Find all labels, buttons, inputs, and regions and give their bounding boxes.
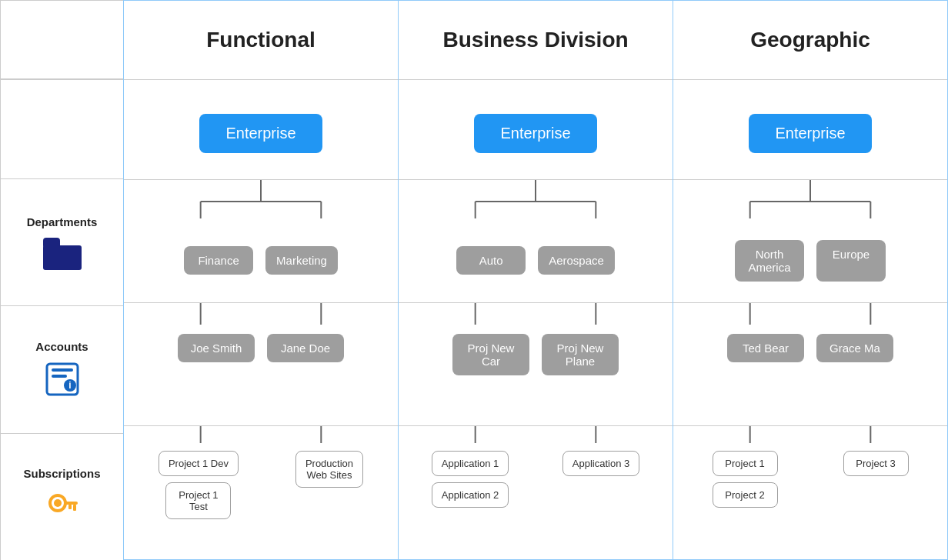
- functional-accounts-row: Joe Smith Jane Doe: [124, 303, 398, 426]
- business-sub-app1: Application 1: [432, 451, 509, 476]
- business-title: Business Division: [442, 28, 628, 52]
- business-dept-connectors: [399, 180, 673, 302]
- functional-account-janedoe: Jane Doe: [267, 334, 344, 362]
- functional-sub-p1dev: Project 1 Dev: [159, 451, 239, 476]
- geographic-subs-row: Project 1 Project 2 Project 3: [673, 426, 947, 559]
- svg-rect-9: [64, 502, 78, 505]
- geographic-dept-row: NorthAmerica Europe: [673, 180, 947, 303]
- business-dept-row: Auto Aerospace: [399, 180, 673, 303]
- functional-title: Functional: [206, 28, 315, 52]
- header-spacer: [0, 0, 123, 79]
- labels-column: Departments Accounts i: [0, 0, 123, 560]
- business-account-projnewcar: Proj NewCar: [452, 334, 529, 375]
- account-icon: i: [45, 362, 79, 399]
- functional-dept-row: Finance Marketing: [124, 180, 398, 303]
- functional-account-joesmith: Joe Smith: [178, 334, 255, 362]
- geographic-header: Geographic: [673, 1, 947, 80]
- geographic-dept-europe: Europe: [816, 240, 886, 282]
- subscriptions-label-cell: Subscriptions: [0, 434, 123, 560]
- functional-dept-marketing: Marketing: [265, 246, 338, 275]
- svg-rect-10: [73, 505, 76, 511]
- business-sub-app3: Application 3: [562, 451, 639, 476]
- geographic-enterprise-node: Enterprise: [749, 114, 872, 153]
- folder-icon: [43, 238, 82, 270]
- functional-accounts-connectors: [124, 303, 398, 425]
- functional-enterprise-node: Enterprise: [199, 114, 322, 153]
- columns-wrapper: Functional Enterprise: [123, 0, 948, 560]
- business-enterprise-row: Enterprise: [399, 80, 673, 180]
- geographic-sub-proj2: Project 2: [713, 482, 778, 508]
- functional-header: Functional: [124, 1, 398, 80]
- svg-rect-1: [43, 238, 60, 248]
- main-container: Departments Accounts i: [0, 0, 948, 560]
- svg-text:i: i: [68, 380, 71, 391]
- geographic-accounts-row: Ted Bear Grace Ma: [673, 303, 947, 426]
- business-account-projnewplane: Proj NewPlane: [542, 334, 619, 375]
- departments-label: Departments: [27, 215, 98, 228]
- svg-rect-4: [52, 375, 67, 378]
- business-subs-row: Application 1 Application 2 Application …: [399, 426, 673, 559]
- geographic-enterprise-row: Enterprise: [673, 80, 947, 180]
- svg-rect-11: [68, 505, 72, 509]
- functional-subs-row: Project 1 Dev Project 1Test ProductionWe…: [124, 426, 398, 559]
- functional-enterprise-row: Enterprise: [124, 80, 398, 180]
- geographic-sub-proj1: Project 1: [713, 451, 778, 476]
- column-geographic: Geographic Enterprise NorthAmerica Europ…: [673, 0, 948, 560]
- subscriptions-label: Subscriptions: [23, 467, 100, 480]
- business-accounts-row: Proj NewCar Proj NewPlane: [399, 303, 673, 426]
- business-dept-auto: Auto: [456, 246, 526, 275]
- svg-rect-3: [52, 368, 73, 372]
- accounts-label: Accounts: [35, 340, 88, 353]
- enterprise-spacer: [0, 79, 123, 179]
- business-sub-app2: Application 2: [432, 482, 509, 508]
- functional-sub-prodweb: ProductionWeb Sites: [295, 451, 363, 488]
- geographic-sub-proj3: Project 3: [843, 451, 909, 476]
- svg-rect-0: [43, 245, 82, 270]
- departments-label-cell: Departments: [0, 179, 123, 306]
- geographic-account-gracema: Grace Ma: [816, 334, 893, 362]
- business-header: Business Division: [399, 1, 673, 80]
- geographic-dept-northamerica: NorthAmerica: [735, 240, 804, 282]
- functional-sub-p1test: Project 1Test: [165, 482, 231, 519]
- functional-dept-finance: Finance: [184, 246, 253, 275]
- column-functional: Functional Enterprise: [123, 0, 399, 560]
- geographic-account-tedbear: Ted Bear: [727, 334, 804, 362]
- geographic-title: Geographic: [750, 28, 870, 52]
- svg-point-8: [54, 499, 62, 507]
- column-business: Business Division Enterprise Auto Aerosp…: [399, 0, 673, 560]
- geographic-accounts-connectors: [673, 303, 947, 425]
- accounts-label-cell: Accounts i: [0, 306, 123, 433]
- key-icon: [45, 489, 79, 526]
- functional-dept-connectors: [124, 180, 398, 302]
- business-enterprise-node: Enterprise: [474, 114, 597, 153]
- business-dept-aerospace: Aerospace: [538, 246, 615, 275]
